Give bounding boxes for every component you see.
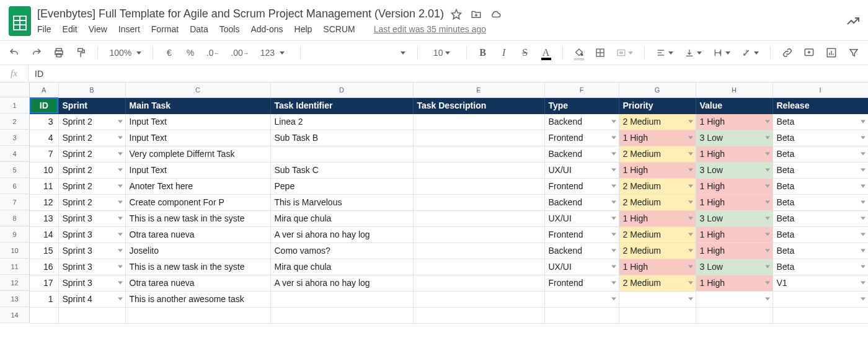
- dropdown-caret-icon[interactable]: [688, 136, 693, 140]
- cell-priority[interactable]: 2 Medium: [619, 275, 696, 291]
- menu-scrum[interactable]: SCRUM: [323, 24, 355, 34]
- row-header[interactable]: 13: [0, 291, 30, 307]
- dropdown-caret-icon[interactable]: [688, 249, 693, 252]
- empty-cell[interactable]: [58, 307, 125, 323]
- dropdown-caret-icon[interactable]: [688, 233, 693, 236]
- cell-release[interactable]: Beta: [773, 162, 868, 178]
- cell-main-task[interactable]: Input Text: [125, 162, 270, 178]
- increase-decimal-button[interactable]: .00→: [228, 45, 251, 61]
- dropdown-caret-icon[interactable]: [765, 201, 770, 204]
- dropdown-caret-icon[interactable]: [688, 265, 693, 269]
- row-header[interactable]: 9: [0, 226, 30, 243]
- cell-release[interactable]: Beta: [773, 114, 868, 130]
- dropdown-caret-icon[interactable]: [861, 185, 866, 188]
- cell-task-description[interactable]: [413, 162, 544, 178]
- dropdown-caret-icon[interactable]: [118, 249, 123, 252]
- cell-priority[interactable]: 2 Medium: [619, 194, 696, 210]
- cell-value[interactable]: [696, 291, 773, 307]
- header-id[interactable]: ID: [30, 97, 58, 114]
- menu-help[interactable]: Help: [294, 24, 312, 34]
- text-wrap-button[interactable]: [711, 45, 733, 61]
- insert-link-button[interactable]: [779, 45, 795, 61]
- cell-type[interactable]: Frontend: [544, 275, 619, 291]
- font-size-dropdown[interactable]: 10: [427, 45, 458, 61]
- dropdown-caret-icon[interactable]: [765, 169, 770, 172]
- dropdown-caret-icon[interactable]: [861, 136, 866, 140]
- dropdown-caret-icon[interactable]: [118, 185, 123, 188]
- cell-task-identifier[interactable]: Linea 2: [270, 114, 413, 130]
- cell-type[interactable]: UX/UI: [544, 259, 619, 275]
- undo-button[interactable]: [6, 45, 22, 61]
- row-header[interactable]: 5: [0, 162, 30, 178]
- cell-value[interactable]: 1 High: [696, 243, 773, 259]
- dropdown-caret-icon[interactable]: [765, 185, 770, 188]
- cell-main-task[interactable]: This is a new task in the syste: [125, 210, 270, 226]
- row-header[interactable]: 7: [0, 194, 30, 210]
- empty-cell[interactable]: [125, 307, 270, 323]
- cell-type[interactable]: Backend: [544, 114, 619, 130]
- column-header-D[interactable]: D: [270, 82, 413, 97]
- dropdown-caret-icon[interactable]: [861, 233, 866, 236]
- cell-task-description[interactable]: [413, 114, 544, 130]
- dropdown-caret-icon[interactable]: [118, 153, 123, 156]
- dropdown-caret-icon[interactable]: [765, 136, 770, 140]
- cell-value[interactable]: 1 High: [696, 226, 773, 243]
- number-format-dropdown[interactable]: 123: [258, 45, 291, 61]
- cell-type[interactable]: UX/UI: [544, 162, 619, 178]
- insert-comment-button[interactable]: [801, 45, 817, 61]
- dropdown-caret-icon[interactable]: [611, 185, 616, 188]
- dropdown-caret-icon[interactable]: [118, 169, 123, 172]
- cell-task-description[interactable]: [413, 178, 544, 194]
- dropdown-caret-icon[interactable]: [688, 298, 693, 301]
- menu-format[interactable]: Format: [151, 24, 179, 34]
- dropdown-caret-icon[interactable]: [861, 298, 866, 301]
- dropdown-caret-icon[interactable]: [118, 233, 123, 236]
- dropdown-caret-icon[interactable]: [118, 120, 123, 123]
- dropdown-caret-icon[interactable]: [611, 169, 616, 172]
- cell-main-task[interactable]: This is another awesome task: [125, 291, 270, 307]
- cell-task-identifier[interactable]: A ver si ahora no hay log: [270, 226, 413, 243]
- empty-cell[interactable]: [696, 307, 773, 323]
- italic-button[interactable]: I: [497, 45, 512, 61]
- cell-id[interactable]: 16: [30, 259, 58, 275]
- cell-main-task[interactable]: Anoter Text here: [125, 178, 270, 194]
- cell-task-identifier[interactable]: Mira que chula: [270, 210, 413, 226]
- dropdown-caret-icon[interactable]: [118, 217, 123, 220]
- header-main-task[interactable]: Main Task: [125, 97, 270, 114]
- cell-task-description[interactable]: [413, 243, 544, 259]
- row-header[interactable]: 11: [0, 259, 30, 275]
- dropdown-caret-icon[interactable]: [765, 217, 770, 220]
- cell-task-description[interactable]: [413, 146, 544, 162]
- borders-button[interactable]: [593, 45, 608, 61]
- cell-main-task[interactable]: This is a new task in the syste: [125, 259, 270, 275]
- cell-type[interactable]: Backend: [544, 146, 619, 162]
- row-header[interactable]: 8: [0, 210, 30, 226]
- row-header[interactable]: 4: [0, 146, 30, 162]
- cell-priority[interactable]: 2 Medium: [619, 243, 696, 259]
- dropdown-caret-icon[interactable]: [688, 153, 693, 156]
- dropdown-caret-icon[interactable]: [765, 233, 770, 236]
- dropdown-caret-icon[interactable]: [611, 201, 616, 204]
- text-color-button[interactable]: A: [539, 45, 554, 61]
- row-header[interactable]: 3: [0, 130, 30, 146]
- dropdown-caret-icon[interactable]: [861, 265, 866, 269]
- cell-type[interactable]: UX/UI: [544, 210, 619, 226]
- cell-task-identifier[interactable]: [270, 146, 413, 162]
- cell-id[interactable]: 17: [30, 275, 58, 291]
- cell-priority[interactable]: [619, 291, 696, 307]
- dropdown-caret-icon[interactable]: [861, 282, 866, 285]
- cell-task-identifier[interactable]: A ver si ahora no hay log: [270, 275, 413, 291]
- cell-value[interactable]: 3 Low: [696, 162, 773, 178]
- decrease-decimal-button[interactable]: .0←: [204, 45, 223, 61]
- dropdown-caret-icon[interactable]: [688, 185, 693, 188]
- cell-sprint[interactable]: Sprint 4: [58, 291, 125, 307]
- dropdown-caret-icon[interactable]: [611, 136, 616, 140]
- cell-priority[interactable]: 1 High: [619, 162, 696, 178]
- cell-value[interactable]: 1 High: [696, 178, 773, 194]
- cell-value[interactable]: 1 High: [696, 146, 773, 162]
- cell-priority[interactable]: 2 Medium: [619, 178, 696, 194]
- cell-release[interactable]: V1: [773, 275, 868, 291]
- cell-type[interactable]: Frontend: [544, 130, 619, 146]
- cell-task-identifier[interactable]: Mira que chula: [270, 259, 413, 275]
- dropdown-caret-icon[interactable]: [861, 249, 866, 252]
